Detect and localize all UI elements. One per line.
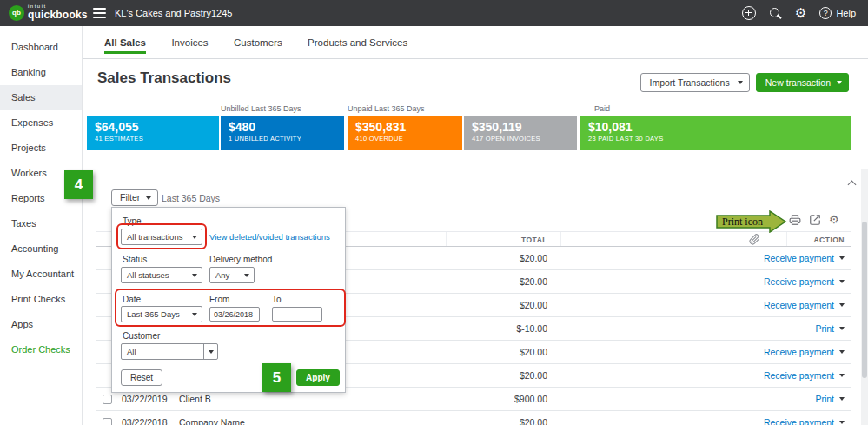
sidebar-item-apps[interactable]: Apps — [0, 312, 82, 337]
print-callout-label: Print icon — [722, 216, 763, 229]
customer-dropdown[interactable]: All — [121, 343, 218, 360]
tile-sublabel: 417 OPEN INVOICES — [472, 135, 569, 143]
tab-all-sales[interactable]: All Sales — [104, 26, 146, 59]
row-action[interactable]: Print — [815, 394, 845, 404]
row-checkbox[interactable] — [103, 418, 112, 425]
row-action-label: Receive payment — [764, 417, 834, 425]
action-column-header: ACTION — [813, 236, 845, 244]
print-icon[interactable] — [789, 214, 801, 226]
tile-sublabel: 410 OVERDUE — [355, 135, 454, 143]
total-column-header: TOTAL — [521, 236, 547, 244]
view-deleted-link[interactable]: View deleted/voided transactions — [209, 232, 330, 242]
row-action-label: Receive payment — [764, 253, 834, 263]
export-icon[interactable] — [809, 214, 821, 226]
customer-label: Customer — [123, 331, 160, 341]
caret-down-icon — [839, 397, 845, 401]
type-value: All transactions — [127, 232, 182, 242]
sidebar-item-sales[interactable]: Sales — [0, 85, 82, 110]
create-plus-icon[interactable] — [742, 6, 756, 20]
tile-sublabel: 41 ESTIMATES — [95, 135, 211, 143]
annotation-step-4: 4 — [64, 170, 93, 199]
dropdown-caret-cell — [203, 344, 217, 359]
row-total: $-10.00 — [516, 323, 547, 334]
delivery-method-label: Delivery method — [209, 255, 272, 264]
tile-amount: $480 — [229, 120, 336, 134]
caret-down-icon — [209, 350, 214, 354]
tab-products-services[interactable]: Products and Services — [308, 26, 407, 59]
scrollbar-thumb[interactable] — [862, 222, 867, 378]
row-action[interactable]: Receive payment — [764, 253, 845, 263]
tile-estimates[interactable]: $64,055 41 ESTIMATES — [87, 116, 219, 150]
help-menu[interactable]: ? Help — [819, 7, 856, 19]
sidebar-item-accounting[interactable]: Accounting — [0, 236, 82, 262]
row-action[interactable]: Receive payment — [764, 347, 845, 357]
moneybar-label-unpaid: Unpaid Last 365 Days — [348, 104, 425, 113]
sidebar-item-taxes[interactable]: Taxes — [0, 211, 82, 236]
tile-open-invoices[interactable]: $350,119 417 OPEN INVOICES — [464, 116, 577, 150]
sales-tabs: All Sales Invoices Customers Products an… — [83, 26, 868, 59]
gear-icon[interactable]: ⚙ — [795, 6, 806, 20]
type-dropdown[interactable]: All transactions — [121, 229, 202, 245]
hamburger-menu-icon[interactable] — [93, 8, 106, 18]
row-total: $20.00 — [520, 253, 547, 263]
row-action[interactable]: Receive payment — [764, 300, 845, 310]
type-label: Type — [123, 216, 142, 226]
table-settings-gear-icon[interactable]: ⚙ — [829, 214, 839, 226]
row-customer: Client B — [179, 394, 211, 404]
header-buttons: Import Transactions New transaction — [640, 73, 850, 92]
delivery-method-dropdown[interactable]: Any — [209, 267, 255, 283]
sidebar-item-my-accountant[interactable]: My Accountant — [0, 262, 82, 287]
from-label: From — [209, 295, 229, 304]
row-checkbox[interactable] — [103, 395, 112, 404]
customer-value: All — [127, 347, 136, 356]
row-action-label: Receive payment — [764, 370, 834, 381]
caret-down-icon — [839, 256, 845, 260]
caret-down-icon — [839, 303, 845, 307]
date-range-value: Last 365 Days — [127, 309, 180, 319]
vertical-scrollbar[interactable] — [861, 169, 868, 425]
attachment-paperclip-icon — [749, 234, 760, 245]
sidebar-item-banking[interactable]: Banking — [0, 60, 82, 85]
search-icon[interactable] — [769, 7, 782, 20]
row-total: $20.00 — [520, 417, 547, 425]
to-date-input[interactable] — [272, 307, 322, 322]
row-action[interactable]: Receive payment — [764, 276, 845, 287]
apply-button[interactable]: Apply — [296, 369, 340, 386]
date-range-dropdown[interactable]: Last 365 Days — [121, 306, 202, 322]
caret-down-icon — [837, 81, 842, 84]
tile-paid[interactable]: $10,081 23 PAID LAST 30 DAYS — [580, 116, 851, 150]
tab-customers[interactable]: Customers — [234, 26, 282, 59]
new-transaction-button[interactable]: New transaction — [756, 73, 849, 92]
to-label: To — [272, 295, 282, 304]
from-date-input[interactable] — [209, 307, 260, 322]
row-date: 03/22/2019 — [122, 394, 168, 404]
filter-button[interactable]: Filter — [111, 189, 158, 206]
row-total: $20.00 — [520, 370, 547, 381]
tile-overdue[interactable]: $350,831 410 OVERDUE — [348, 116, 462, 150]
caret-down-icon — [839, 374, 845, 377]
import-transactions-label: Import Transactions — [650, 77, 730, 88]
row-action[interactable]: Receive payment — [764, 417, 845, 425]
row-action-label: Receive payment — [764, 300, 834, 310]
row-action[interactable]: Print — [815, 323, 845, 334]
reset-button[interactable]: Reset — [121, 369, 162, 386]
sidebar-item-projects[interactable]: Projects — [0, 136, 82, 161]
tile-unbilled-activity[interactable]: $480 1 UNBILLED ACTIVITY — [221, 116, 344, 150]
row-action[interactable]: Receive payment — [764, 370, 845, 381]
sidebar-item-dashboard[interactable]: Dashboard — [0, 35, 82, 60]
tile-amount: $350,831 — [355, 120, 454, 134]
import-transactions-button[interactable]: Import Transactions — [640, 73, 750, 92]
row-action-label: Print — [815, 323, 834, 334]
collapse-chevron-icon[interactable] — [848, 179, 857, 188]
status-dropdown[interactable]: All statuses — [121, 267, 202, 283]
page-title: Sales Transactions — [97, 70, 231, 87]
tile-sublabel: 1 UNBILLED ACTIVITY — [229, 135, 336, 143]
table-row[interactable]: 03/22/2018 Company Name $20.00 Receive p… — [96, 411, 851, 425]
sidebar-item-expenses[interactable]: Expenses — [0, 110, 82, 136]
sidebar-item-order-checks[interactable]: Order Checks — [0, 337, 82, 362]
company-name: KL's Cakes and Pastry1245 — [115, 8, 232, 18]
help-label: Help — [836, 8, 856, 18]
sidebar-item-print-checks[interactable]: Print Checks — [0, 287, 82, 312]
row-action-label: Print — [815, 394, 834, 404]
tab-invoices[interactable]: Invoices — [171, 26, 208, 59]
